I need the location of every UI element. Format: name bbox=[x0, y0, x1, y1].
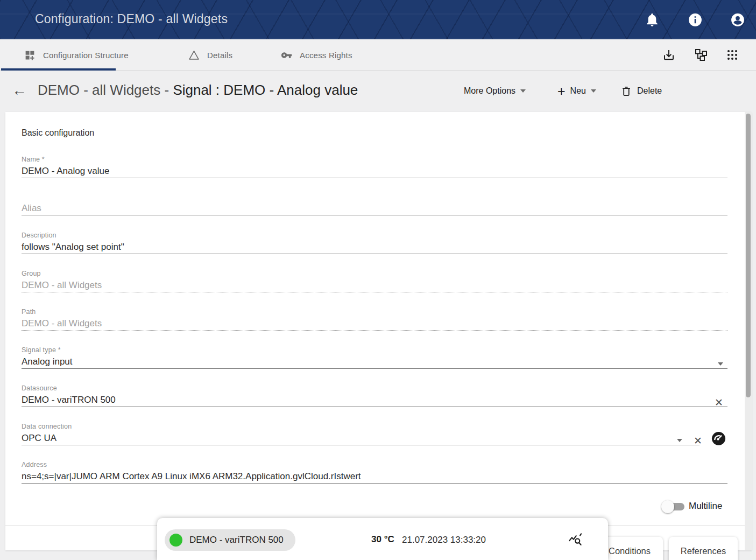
more-options-button[interactable]: More Options bbox=[464, 83, 526, 99]
group-field: Group DEMO - all Widgets bbox=[22, 270, 727, 292]
trash-icon bbox=[620, 85, 632, 97]
tab-configuration-structure[interactable]: Configuration Structure bbox=[24, 39, 129, 71]
tab-details[interactable]: Details bbox=[188, 39, 232, 71]
temperature-value: 30 °C bbox=[371, 534, 394, 545]
references-button[interactable]: References bbox=[669, 537, 738, 560]
field-value: DEMO - all Widgets bbox=[22, 280, 727, 292]
toggle-knob[interactable] bbox=[661, 500, 674, 513]
field-value[interactable]: follows "Analog set point" bbox=[22, 242, 727, 254]
field-value[interactable]: DEMO - variTRON 500 bbox=[22, 395, 727, 407]
device-chip[interactable]: DEMO - variTRON 500 bbox=[165, 529, 295, 551]
field-value: DEMO - all Widgets bbox=[22, 318, 727, 330]
tab-access-rights[interactable]: Access Rights bbox=[281, 39, 352, 71]
data-connection-select[interactable]: Data connection OPC UA ✕ bbox=[22, 423, 700, 445]
app-title: Configuration: DEMO - all Widgets bbox=[35, 12, 228, 26]
name-field[interactable]: Name * DEMO - Analog value bbox=[22, 156, 727, 178]
page-title: DEMO - all Widgets - Signal : DEMO - Ana… bbox=[38, 82, 358, 99]
chevron-down-icon[interactable] bbox=[718, 362, 723, 366]
field-label: Signal type * bbox=[22, 346, 727, 354]
field-label: Name * bbox=[22, 156, 727, 164]
timestamp: 21.07.2023 13:33:20 bbox=[402, 535, 486, 545]
key-icon bbox=[281, 50, 292, 61]
query-stats-icon[interactable] bbox=[568, 533, 583, 547]
delete-button[interactable]: Delete bbox=[620, 83, 662, 99]
alias-field[interactable]: Alias bbox=[22, 193, 727, 215]
tab-label: Configuration Structure bbox=[43, 51, 129, 60]
breadcrumb-current: Signal : DEMO - Analog value bbox=[173, 82, 358, 98]
field-value[interactable]: ns=4;s=|var|JUMO ARM Cortex A9 Linux iMX… bbox=[22, 471, 727, 483]
section-title: Basic configuration bbox=[22, 128, 94, 138]
field-label: Description bbox=[22, 232, 727, 240]
field-label: Data connection bbox=[22, 423, 700, 431]
field-label: Address bbox=[22, 461, 727, 469]
chevron-down-icon[interactable] bbox=[677, 439, 682, 442]
plus-icon: + bbox=[557, 84, 566, 98]
field-label: Group bbox=[22, 270, 727, 278]
download-icon[interactable] bbox=[662, 48, 675, 61]
chevron-down-icon bbox=[520, 89, 526, 93]
more-options-label: More Options bbox=[464, 86, 515, 96]
device-name: DEMO - variTRON 500 bbox=[189, 535, 284, 545]
field-placeholder[interactable]: Alias bbox=[22, 203, 727, 215]
tab-label: Details bbox=[207, 51, 232, 60]
field-value[interactable]: Analog input bbox=[22, 356, 727, 368]
notifications-bell-icon[interactable] bbox=[645, 12, 660, 27]
dashboard-customize-icon bbox=[24, 50, 36, 61]
tab-label: Access Rights bbox=[300, 51, 352, 60]
schema-icon[interactable] bbox=[695, 48, 708, 61]
multiline-label: Multiline bbox=[689, 501, 722, 512]
new-button[interactable]: + Neu bbox=[557, 83, 596, 99]
warning-triangle-icon bbox=[188, 50, 200, 61]
toolbar: ← DEMO - all Widgets - Signal : DEMO - A… bbox=[0, 71, 756, 112]
tab-bar: Configuration Structure Details Access R… bbox=[0, 39, 756, 71]
account-icon[interactable] bbox=[730, 12, 745, 27]
device-status-bar: DEMO - variTRON 500 30 °C 21.07.2023 13:… bbox=[157, 518, 608, 560]
online-status-dot-icon bbox=[169, 534, 182, 547]
datasource-field[interactable]: Datasource DEMO - variTRON 500 ✕ bbox=[22, 384, 727, 407]
app-bar: Configuration: DEMO - all Widgets bbox=[0, 0, 756, 39]
field-value[interactable]: DEMO - Analog value bbox=[22, 166, 727, 178]
scrollbar-track bbox=[745, 112, 752, 550]
info-icon[interactable] bbox=[688, 12, 703, 27]
multiline-toggle[interactable] bbox=[663, 503, 684, 510]
clear-icon[interactable]: ✕ bbox=[715, 397, 723, 408]
connection-test-gauge-icon[interactable] bbox=[711, 431, 726, 446]
path-field: Path DEMO - all Widgets bbox=[22, 308, 727, 331]
scrollbar-thumb[interactable] bbox=[746, 114, 751, 397]
breadcrumb-parent: DEMO - all Widgets - bbox=[38, 82, 173, 98]
new-label: Neu bbox=[570, 86, 586, 96]
field-value[interactable]: OPC UA bbox=[22, 433, 700, 445]
field-label: Path bbox=[22, 308, 727, 316]
signal-type-select[interactable]: Signal type * Analog input bbox=[22, 346, 727, 369]
chevron-down-icon bbox=[591, 89, 596, 93]
back-arrow-icon[interactable]: ← bbox=[12, 80, 27, 101]
clear-icon[interactable]: ✕ bbox=[694, 436, 702, 446]
multiline-row: Multiline bbox=[5, 498, 727, 519]
address-field[interactable]: Address ns=4;s=|var|JUMO ARM Cortex A9 L… bbox=[22, 461, 727, 484]
field-label: Datasource bbox=[22, 384, 727, 393]
apps-grid-icon[interactable] bbox=[726, 48, 739, 61]
delete-label: Delete bbox=[637, 86, 662, 96]
configuration-form-card: Basic configuration Name * DEMO - Analog… bbox=[5, 112, 752, 550]
description-field[interactable]: Description follows "Analog set point" bbox=[22, 232, 727, 254]
